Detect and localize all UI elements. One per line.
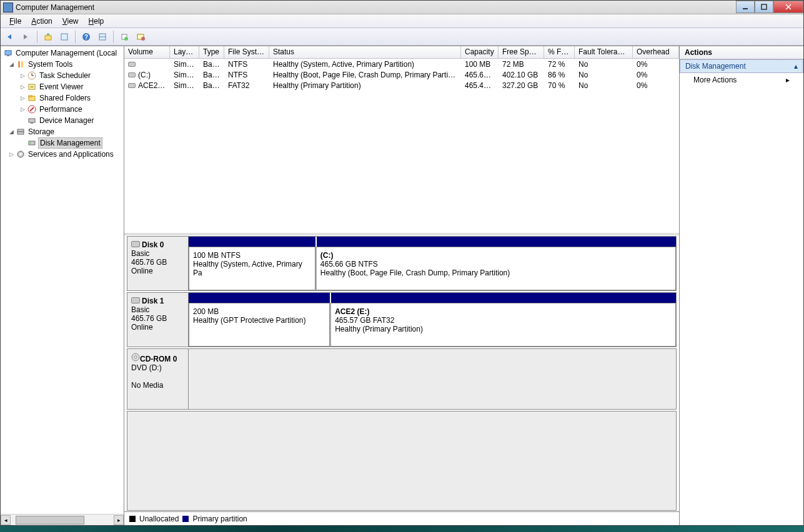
help-button[interactable]: ?: [79, 30, 93, 44]
event-icon: [27, 82, 37, 92]
expand-icon[interactable]: ▷: [19, 95, 26, 101]
tree-services[interactable]: ▷ Services and Applications: [1, 149, 124, 160]
expand-icon[interactable]: ▷: [19, 106, 26, 112]
disk-row[interactable]: Disk 0 Basic 465.76 GB Online 100 MB NTF…: [127, 236, 677, 291]
cell-status: Healthy (Primary Partition): [269, 81, 461, 90]
col-freespace[interactable]: Free Space: [499, 46, 544, 58]
menu-action[interactable]: Action: [26, 16, 57, 27]
disk-type: Basic: [131, 249, 184, 258]
cell-layout: Simple: [170, 81, 199, 90]
actions-section[interactable]: Disk Management ▴: [680, 59, 803, 73]
tree-device-manager[interactable]: Device Manager: [1, 115, 124, 126]
scroll-thumb[interactable]: [16, 516, 84, 525]
col-volume[interactable]: Volume: [124, 46, 170, 58]
properties-button[interactable]: [57, 30, 71, 44]
cell-capacity: 465.66 GB: [461, 71, 499, 79]
svg-rect-6: [45, 36, 51, 40]
partition-box[interactable]: (C:) 465.66 GB NTFS Healthy (Boot, Page …: [315, 247, 676, 290]
svg-rect-18: [7, 55, 9, 56]
content: Computer Management (Local ◢ System Tool…: [1, 46, 803, 525]
disk-state: Online: [131, 323, 184, 332]
menu-file[interactable]: File: [4, 16, 26, 27]
cell-type: Basic: [199, 81, 224, 90]
partition-status: Healthy (Boot, Page File, Crash Dump, Pr…: [320, 268, 672, 277]
tree-shared-folders[interactable]: ▷ Shared Folders: [1, 92, 124, 104]
tree-disk-management[interactable]: Disk Management: [1, 137, 124, 149]
storage-icon: [16, 127, 26, 137]
disk-map: Disk 0 Basic 465.76 GB Online 100 MB NTF…: [124, 235, 679, 511]
scroll-left-button[interactable]: ◂: [1, 515, 11, 525]
svg-point-14: [124, 37, 128, 41]
col-layout[interactable]: Layout: [170, 46, 199, 58]
svg-point-40: [134, 356, 137, 358]
legend-primary: Primary partition: [192, 515, 247, 523]
up-button[interactable]: [41, 30, 55, 44]
svg-rect-33: [17, 129, 24, 132]
partition-name: (C:): [320, 251, 672, 260]
svg-text:?: ?: [84, 34, 88, 41]
svg-rect-0: [743, 8, 748, 9]
grid-header: Volume Layout Type File System Status Ca…: [124, 46, 679, 59]
col-status[interactable]: Status: [269, 46, 461, 58]
tree-event-viewer[interactable]: ▷ Event Viewer: [1, 81, 124, 92]
tree-task-scheduler[interactable]: ▷ Task Scheduler: [1, 70, 124, 81]
volume-row[interactable]: Simple Basic NTFS Healthy (System, Activ…: [124, 59, 679, 69]
disk-row[interactable]: Disk 1 Basic 465.76 GB Online 200 MB Hea…: [127, 292, 677, 347]
col-type[interactable]: Type: [199, 46, 224, 58]
col-fault[interactable]: Fault Tolerance: [575, 46, 633, 58]
expand-icon[interactable]: ▷: [19, 72, 26, 79]
cell-free: 327.20 GB: [499, 81, 544, 90]
col-capacity[interactable]: Capacity: [461, 46, 499, 58]
cell-fault: No: [575, 81, 633, 90]
disk-map-empty: [127, 411, 677, 511]
nav-tree[interactable]: Computer Management (Local ◢ System Tool…: [1, 46, 124, 514]
svg-marker-4: [7, 34, 11, 39]
svg-rect-31: [29, 119, 35, 122]
cell-pctfree: 72 %: [544, 60, 575, 69]
view-button[interactable]: [96, 30, 109, 44]
scroll-right-button[interactable]: ▸: [114, 515, 124, 525]
expand-icon[interactable]: ▷: [19, 84, 26, 90]
tree-performance[interactable]: ▷ Performance: [1, 104, 124, 115]
volume-row[interactable]: (C:) Simple Basic NTFS Healthy (Boot, Pa…: [124, 69, 679, 80]
partition-status: Healthy (GPT Protective Partition): [193, 316, 325, 325]
volume-row[interactable]: ACE2 (E:) Simple Basic FAT32 Healthy (Pr…: [124, 80, 679, 91]
col-pctfree[interactable]: % Free: [544, 46, 575, 58]
disk-type: DVD (D:): [131, 363, 184, 372]
grid-body[interactable]: Simple Basic NTFS Healthy (System, Activ…: [124, 59, 679, 233]
cell-pctfree: 86 %: [544, 71, 575, 79]
settings-button[interactable]: [134, 30, 147, 44]
disk-row[interactable]: CD-ROM 0 DVD (D:) No Media: [127, 348, 677, 410]
minimize-button[interactable]: [736, 1, 755, 13]
actions-more[interactable]: More Actions ▸: [680, 73, 803, 87]
tree-hscrollbar[interactable]: ◂ ▸: [1, 514, 124, 525]
svg-point-36: [30, 142, 31, 144]
col-filesystem[interactable]: File System: [224, 46, 269, 58]
disk-size: 465.76 GB: [131, 258, 184, 267]
cell-overhead: 0%: [633, 71, 679, 79]
menubar: File Action View Help: [1, 14, 803, 28]
titlebar[interactable]: Computer Management: [1, 1, 803, 14]
partition-box[interactable]: ACE2 (E:) 465.57 GB FAT32 Healthy (Prima…: [330, 303, 676, 347]
maximize-button[interactable]: [755, 1, 773, 13]
tree-storage[interactable]: ◢ Storage: [1, 126, 124, 137]
tree-label: Storage: [27, 127, 56, 137]
forward-button[interactable]: [19, 30, 33, 44]
tree-root[interactable]: Computer Management (Local: [1, 47, 124, 59]
collapse-icon[interactable]: ◢: [8, 61, 14, 67]
legend: Unallocated Primary partition: [124, 511, 679, 525]
svg-point-16: [141, 37, 145, 41]
refresh-button[interactable]: [117, 30, 131, 44]
menu-view[interactable]: View: [57, 16, 84, 27]
partition-desc: 200 MB: [193, 307, 325, 316]
collapse-icon[interactable]: ◢: [8, 129, 14, 135]
tree-label: Task Scheduler: [38, 71, 92, 81]
partition-box[interactable]: 200 MB Healthy (GPT Protective Partition…: [189, 303, 330, 347]
close-button[interactable]: [773, 1, 803, 13]
col-overhead[interactable]: Overhead: [633, 46, 679, 58]
back-button[interactable]: [3, 30, 17, 44]
tree-system-tools[interactable]: ◢ System Tools: [1, 59, 124, 70]
partition-box[interactable]: 100 MB NTFS Healthy (System, Active, Pri…: [189, 247, 315, 290]
menu-help[interactable]: Help: [84, 16, 109, 27]
expand-icon[interactable]: ▷: [8, 151, 14, 157]
